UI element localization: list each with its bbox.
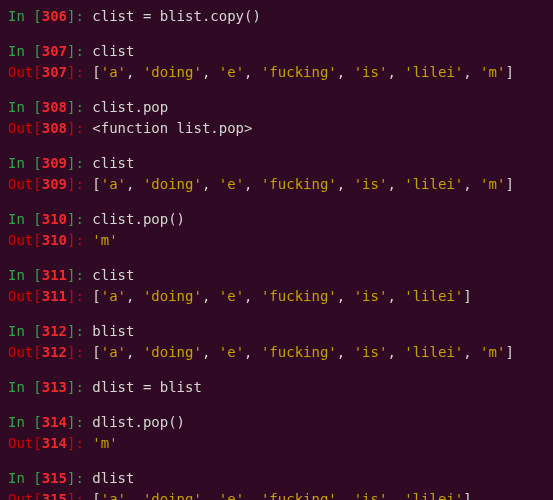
in-bracket-close: ]: [67, 414, 92, 430]
out-label: Out[ [8, 232, 42, 248]
prompt-number: 307 [42, 64, 67, 80]
input-line[interactable]: In [307]: clist [8, 41, 545, 62]
input-code: clist [92, 43, 134, 59]
out-bracket-close: ]: [67, 120, 92, 136]
input-line[interactable]: In [313]: dlist = blist [8, 377, 545, 398]
output-line: Out[312]: ['a', 'doing', 'e', 'fucking',… [8, 342, 545, 363]
prompt-number: 314 [42, 414, 67, 430]
input-code: clist [92, 267, 134, 283]
output-line: Out[314]: 'm' [8, 433, 545, 454]
input-line[interactable]: In [309]: clist [8, 153, 545, 174]
prompt-number: 311 [42, 288, 67, 304]
out-bracket-close: ]: [67, 176, 92, 192]
output-line: Out[309]: ['a', 'doing', 'e', 'fucking',… [8, 174, 545, 195]
in-label: In [ [8, 8, 42, 24]
in-bracket-close: ]: [67, 99, 92, 115]
input-code: dlist [92, 470, 134, 486]
prompt-number: 311 [42, 267, 67, 283]
cell: In [310]: clist.pop()Out[310]: 'm' [8, 209, 545, 251]
cell: In [306]: clist = blist.copy() [8, 6, 545, 27]
output-line: Out[310]: 'm' [8, 230, 545, 251]
output-line: Out[311]: ['a', 'doing', 'e', 'fucking',… [8, 286, 545, 307]
input-line[interactable]: In [315]: dlist [8, 468, 545, 489]
input-line[interactable]: In [306]: clist = blist.copy() [8, 6, 545, 27]
prompt-number: 312 [42, 344, 67, 360]
out-bracket-close: ]: [67, 288, 92, 304]
in-label: In [ [8, 267, 42, 283]
in-bracket-close: ]: [67, 470, 92, 486]
input-code: dlist = blist [92, 379, 202, 395]
in-bracket-close: ]: [67, 379, 92, 395]
input-line[interactable]: In [310]: clist.pop() [8, 209, 545, 230]
prompt-number: 310 [42, 232, 67, 248]
input-code: clist.pop() [92, 211, 185, 227]
out-bracket-close: ]: [67, 344, 92, 360]
in-bracket-close: ]: [67, 43, 92, 59]
out-bracket-close: ]: [67, 232, 92, 248]
output-line: Out[308]: <function list.pop> [8, 118, 545, 139]
prompt-number: 312 [42, 323, 67, 339]
out-label: Out[ [8, 176, 42, 192]
input-line[interactable]: In [314]: dlist.pop() [8, 412, 545, 433]
out-bracket-close: ]: [67, 64, 92, 80]
out-label: Out[ [8, 120, 42, 136]
in-bracket-close: ]: [67, 211, 92, 227]
in-label: In [ [8, 211, 42, 227]
input-line[interactable]: In [312]: blist [8, 321, 545, 342]
in-bracket-close: ]: [67, 8, 92, 24]
cell: In [309]: clistOut[309]: ['a', 'doing', … [8, 153, 545, 195]
cell: In [308]: clist.popOut[308]: <function l… [8, 97, 545, 139]
prompt-number: 315 [42, 491, 67, 500]
out-bracket-close: ]: [67, 435, 92, 451]
input-line[interactable]: In [311]: clist [8, 265, 545, 286]
prompt-number: 313 [42, 379, 67, 395]
cell: In [313]: dlist = blist [8, 377, 545, 398]
in-label: In [ [8, 155, 42, 171]
cell: In [307]: clistOut[307]: ['a', 'doing', … [8, 41, 545, 83]
input-line[interactable]: In [308]: clist.pop [8, 97, 545, 118]
prompt-number: 309 [42, 176, 67, 192]
out-label: Out[ [8, 64, 42, 80]
in-label: In [ [8, 323, 42, 339]
out-bracket-close: ]: [67, 491, 92, 500]
in-label: In [ [8, 43, 42, 59]
ipython-terminal[interactable]: In [306]: clist = blist.copy()In [307]: … [8, 6, 545, 500]
out-label: Out[ [8, 288, 42, 304]
output-line: Out[315]: ['a', 'doing', 'e', 'fucking',… [8, 489, 545, 500]
in-label: In [ [8, 99, 42, 115]
out-label: Out[ [8, 491, 42, 500]
in-label: In [ [8, 414, 42, 430]
in-bracket-close: ]: [67, 155, 92, 171]
cell: In [314]: dlist.pop()Out[314]: 'm' [8, 412, 545, 454]
prompt-number: 309 [42, 155, 67, 171]
in-bracket-close: ]: [67, 323, 92, 339]
out-label: Out[ [8, 435, 42, 451]
prompt-number: 306 [42, 8, 67, 24]
cell: In [315]: dlistOut[315]: ['a', 'doing', … [8, 468, 545, 500]
prompt-number: 314 [42, 435, 67, 451]
in-label: In [ [8, 379, 42, 395]
input-code: clist = blist.copy() [92, 8, 261, 24]
prompt-number: 315 [42, 470, 67, 486]
input-code: dlist.pop() [92, 414, 185, 430]
prompt-number: 308 [42, 120, 67, 136]
cell: In [312]: blistOut[312]: ['a', 'doing', … [8, 321, 545, 363]
input-code: clist [92, 155, 134, 171]
in-bracket-close: ]: [67, 267, 92, 283]
output-line: Out[307]: ['a', 'doing', 'e', 'fucking',… [8, 62, 545, 83]
in-label: In [ [8, 470, 42, 486]
prompt-number: 310 [42, 211, 67, 227]
input-code: clist.pop [92, 99, 168, 115]
prompt-number: 307 [42, 43, 67, 59]
input-code: blist [92, 323, 134, 339]
cell: In [311]: clistOut[311]: ['a', 'doing', … [8, 265, 545, 307]
out-label: Out[ [8, 344, 42, 360]
prompt-number: 308 [42, 99, 67, 115]
